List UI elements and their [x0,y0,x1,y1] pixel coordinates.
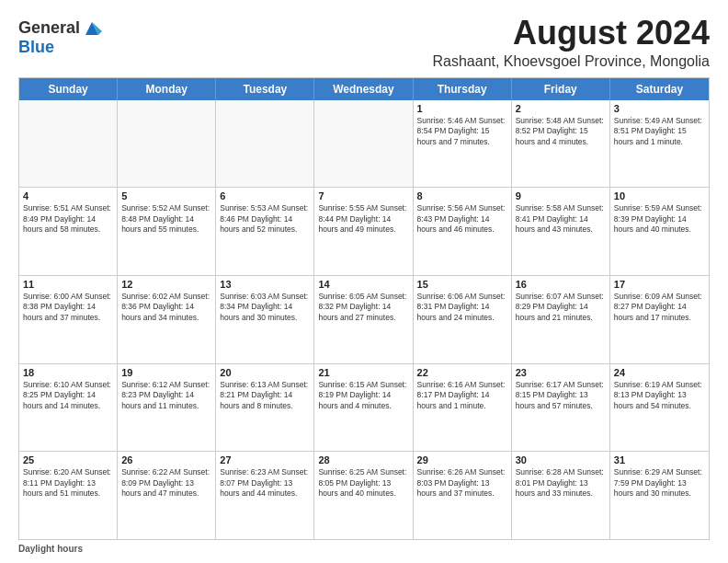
day-number: 10 [614,190,705,201]
day-cell-16: 16Sunrise: 6:07 AM Sunset: 8:29 PM Dayli… [512,276,610,363]
day-cell-9: 9Sunrise: 5:58 AM Sunset: 8:41 PM Daylig… [512,188,610,275]
logo: General Blue [18,18,102,57]
day-number: 31 [614,454,705,465]
header-day-sunday: Sunday [19,78,118,100]
day-cell-8: 8Sunrise: 5:56 AM Sunset: 8:43 PM Daylig… [414,188,512,275]
day-cell-18: 18Sunrise: 6:10 AM Sunset: 8:25 PM Dayli… [19,364,118,452]
calendar-header: SundayMondayTuesdayWednesdayThursdayFrid… [19,78,709,100]
day-number: 28 [318,454,408,465]
day-cell-15: 15Sunrise: 6:06 AM Sunset: 8:31 PM Dayli… [414,276,512,363]
day-number: 26 [121,454,211,465]
day-number: 4 [23,190,113,201]
day-cell-10: 10Sunrise: 5:59 AM Sunset: 8:39 PM Dayli… [610,188,709,275]
calendar: SundayMondayTuesdayWednesdayThursdayFrid… [18,77,710,540]
day-cell-14: 14Sunrise: 6:05 AM Sunset: 8:32 PM Dayli… [314,276,413,363]
day-number: 17 [614,279,705,290]
header-day-tuesday: Tuesday [216,78,314,100]
header-day-monday: Monday [118,78,216,100]
day-number: 8 [417,190,507,201]
main-title: August 2024 [432,15,710,52]
title-block: August 2024 Rashaant, Khoevsgoel Provinc… [432,15,710,70]
day-info: Sunrise: 6:17 AM Sunset: 8:15 PM Dayligh… [516,380,606,411]
calendar-row-2: 11Sunrise: 6:00 AM Sunset: 8:38 PM Dayli… [19,276,709,364]
day-info: Sunrise: 6:26 AM Sunset: 8:03 PM Dayligh… [417,467,507,499]
day-number: 21 [318,367,408,378]
day-info: Sunrise: 6:07 AM Sunset: 8:29 PM Dayligh… [516,292,606,323]
day-info: Sunrise: 6:23 AM Sunset: 8:07 PM Dayligh… [220,467,310,499]
day-cell-27: 27Sunrise: 6:23 AM Sunset: 8:07 PM Dayli… [216,452,314,539]
day-info: Sunrise: 6:10 AM Sunset: 8:25 PM Dayligh… [23,380,113,411]
empty-cell [19,100,118,188]
day-number: 25 [23,454,113,465]
day-cell-24: 24Sunrise: 6:19 AM Sunset: 8:13 PM Dayli… [610,364,709,452]
logo-blue: Blue [18,39,102,57]
header-day-saturday: Saturday [610,78,709,100]
calendar-row-4: 25Sunrise: 6:20 AM Sunset: 8:11 PM Dayli… [19,452,709,539]
day-number: 30 [516,454,606,465]
day-cell-12: 12Sunrise: 6:02 AM Sunset: 8:36 PM Dayli… [118,276,216,363]
footer-label: Daylight hours [18,544,83,554]
day-info: Sunrise: 6:25 AM Sunset: 8:05 PM Dayligh… [318,467,408,499]
day-number: 18 [23,367,113,378]
header-day-friday: Friday [512,78,610,100]
day-cell-3: 3Sunrise: 5:49 AM Sunset: 8:51 PM Daylig… [610,100,709,188]
logo-general: General [18,19,80,38]
day-number: 3 [614,103,705,114]
day-number: 13 [220,279,310,290]
day-cell-26: 26Sunrise: 6:22 AM Sunset: 8:09 PM Dayli… [118,452,216,539]
day-cell-17: 17Sunrise: 6:09 AM Sunset: 8:27 PM Dayli… [610,276,709,363]
day-info: Sunrise: 5:48 AM Sunset: 8:52 PM Dayligh… [516,116,606,147]
day-cell-25: 25Sunrise: 6:20 AM Sunset: 8:11 PM Dayli… [19,452,118,539]
day-info: Sunrise: 5:51 AM Sunset: 8:49 PM Dayligh… [23,203,113,235]
day-info: Sunrise: 6:20 AM Sunset: 8:11 PM Dayligh… [23,467,113,499]
day-info: Sunrise: 6:19 AM Sunset: 8:13 PM Dayligh… [614,380,705,411]
day-cell-31: 31Sunrise: 6:29 AM Sunset: 7:59 PM Dayli… [610,452,709,539]
day-number: 27 [220,454,310,465]
day-number: 19 [121,367,211,378]
header-day-thursday: Thursday [414,78,512,100]
day-info: Sunrise: 6:02 AM Sunset: 8:36 PM Dayligh… [121,292,211,323]
calendar-row-3: 18Sunrise: 6:10 AM Sunset: 8:25 PM Dayli… [19,364,709,453]
calendar-row-0: 1Sunrise: 5:46 AM Sunset: 8:54 PM Daylig… [19,100,709,189]
day-info: Sunrise: 5:46 AM Sunset: 8:54 PM Dayligh… [417,116,507,147]
day-cell-2: 2Sunrise: 5:48 AM Sunset: 8:52 PM Daylig… [512,100,610,188]
day-number: 24 [614,367,705,378]
day-number: 20 [220,367,310,378]
day-cell-7: 7Sunrise: 5:55 AM Sunset: 8:44 PM Daylig… [314,188,413,275]
day-info: Sunrise: 5:56 AM Sunset: 8:43 PM Dayligh… [417,203,507,235]
day-info: Sunrise: 6:00 AM Sunset: 8:38 PM Dayligh… [23,292,113,323]
day-info: Sunrise: 5:59 AM Sunset: 8:39 PM Dayligh… [614,203,705,235]
day-number: 29 [417,454,507,465]
subtitle: Rashaant, Khoevsgoel Province, Mongolia [432,53,710,70]
day-info: Sunrise: 5:58 AM Sunset: 8:41 PM Dayligh… [516,203,606,235]
page: General Blue August 2024 Rashaant, Khoev… [0,0,728,563]
day-number: 11 [23,279,113,290]
day-number: 6 [220,190,310,201]
day-info: Sunrise: 6:06 AM Sunset: 8:31 PM Dayligh… [417,292,507,323]
day-info: Sunrise: 6:12 AM Sunset: 8:23 PM Dayligh… [121,380,211,411]
day-number: 9 [516,190,606,201]
day-number: 23 [516,367,606,378]
day-cell-29: 29Sunrise: 6:26 AM Sunset: 8:03 PM Dayli… [414,452,512,539]
day-number: 1 [417,103,507,114]
day-info: Sunrise: 6:22 AM Sunset: 8:09 PM Dayligh… [121,467,211,499]
day-cell-23: 23Sunrise: 6:17 AM Sunset: 8:15 PM Dayli… [512,364,610,452]
day-number: 14 [318,279,408,290]
empty-cell [314,100,413,188]
day-cell-1: 1Sunrise: 5:46 AM Sunset: 8:54 PM Daylig… [414,100,512,188]
day-number: 16 [516,279,606,290]
day-cell-5: 5Sunrise: 5:52 AM Sunset: 8:48 PM Daylig… [118,188,216,275]
day-info: Sunrise: 6:15 AM Sunset: 8:19 PM Dayligh… [318,380,408,411]
day-info: Sunrise: 6:16 AM Sunset: 8:17 PM Dayligh… [417,380,507,411]
day-info: Sunrise: 6:09 AM Sunset: 8:27 PM Dayligh… [614,292,705,323]
day-cell-22: 22Sunrise: 6:16 AM Sunset: 8:17 PM Dayli… [414,364,512,452]
day-info: Sunrise: 5:55 AM Sunset: 8:44 PM Dayligh… [318,203,408,235]
day-number: 2 [516,103,606,114]
day-cell-11: 11Sunrise: 6:00 AM Sunset: 8:38 PM Dayli… [19,276,118,363]
day-info: Sunrise: 6:28 AM Sunset: 8:01 PM Dayligh… [516,467,606,499]
day-number: 7 [318,190,408,201]
day-info: Sunrise: 5:53 AM Sunset: 8:46 PM Dayligh… [220,203,310,235]
empty-cell [118,100,216,188]
day-info: Sunrise: 5:52 AM Sunset: 8:48 PM Dayligh… [121,203,211,235]
calendar-row-1: 4Sunrise: 5:51 AM Sunset: 8:49 PM Daylig… [19,188,709,276]
